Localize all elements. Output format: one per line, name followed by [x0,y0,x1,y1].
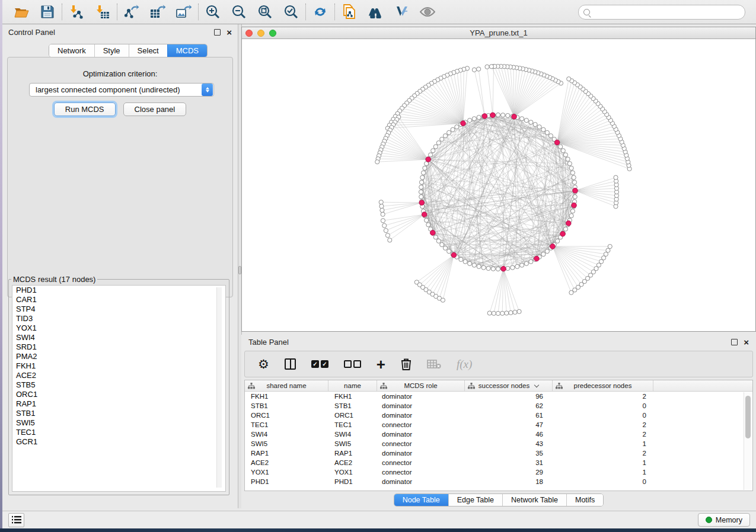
select-all-icon[interactable]: ✓✓ [311,360,328,368]
table-cell: ACE2 [245,458,328,467]
table-cell: SWI4 [328,430,377,439]
table-toolbar: ⚙ ✓✓ + f(x) [244,351,753,377]
column-label: name [344,382,361,389]
table-cell: 61 [465,411,553,420]
save-session-icon[interactable] [40,4,55,20]
zoom-selected-icon[interactable] [283,4,299,20]
table-row[interactable]: SWI5SWI5connector431 [245,439,752,448]
desktop-wallpaper-bottom [0,528,756,532]
mcds-list-item[interactable]: SRD1 [12,342,225,352]
search-input[interactable] [593,8,740,16]
mcds-list-item[interactable]: ACE2 [12,371,225,380]
table-row[interactable]: YOX1YOX1connector291 [245,467,752,477]
tab-network-table[interactable]: Network Table [502,494,566,506]
export-image-icon[interactable] [176,4,192,20]
tab-mcds[interactable]: MCDS [167,44,207,57]
table-row[interactable]: ORC1ORC1dominator610 [245,411,752,420]
table-row[interactable]: RAP1RAP1dominator352 [245,448,752,458]
refresh-layout-icon[interactable] [312,4,328,20]
tab-select[interactable]: Select [129,44,167,57]
table-row[interactable]: TEC1TEC1connector472 [245,420,752,430]
mcds-list-item[interactable]: ORC1 [12,390,225,399]
network-svg[interactable] [242,39,755,331]
mcds-list-item[interactable]: GCR1 [12,437,225,447]
memory-button[interactable]: Memory [698,513,750,527]
column-label: shared name [266,382,306,389]
add-row-icon[interactable]: + [377,358,385,370]
mcds-list-item[interactable]: FKH1 [12,361,225,371]
network-view-window: YPA_prune.txt_1 [241,27,756,332]
table-scrollbar-thumb[interactable] [745,396,751,438]
close-panel-button[interactable]: Close panel [123,102,187,116]
mcds-list-item[interactable]: PHD1 [12,286,225,295]
import-table-icon[interactable] [95,4,110,20]
mcds-list-item[interactable]: SWI5 [12,418,225,428]
import-network-icon[interactable] [69,4,84,20]
mcds-result-list[interactable]: PHD1CAR1STP4TID3YOX1SWI4SRD1PMA2FKH1ACE2… [12,285,226,492]
column-header-mcds-role[interactable]: MCDS role [377,380,465,391]
birds-eye-icon[interactable] [420,4,435,20]
clone-network-icon[interactable] [342,4,357,20]
table-row[interactable]: PHD1PHD1dominator180 [245,477,752,486]
table-row[interactable]: ACE2ACE2connector311 [245,458,752,467]
zoom-fit-icon[interactable] [257,4,273,20]
table-scrollbar[interactable] [744,392,752,490]
tab-edge-table[interactable]: Edge Table [448,494,502,506]
table-cell: 1 [553,458,653,467]
mcds-list-item[interactable]: STB1 [12,409,225,418]
mcds-list-item[interactable]: RAP1 [12,399,225,409]
column-header-predecessor-nodes[interactable]: predecessor nodes [553,380,653,391]
table-cell: RAP1 [245,448,328,458]
table-row[interactable]: SWI4SWI4dominator462 [245,430,752,439]
run-mcds-button[interactable]: Run MCDS [54,102,116,116]
mcds-list-item[interactable]: STB5 [12,380,225,390]
mcds-list-item[interactable]: TEC1 [12,428,225,437]
zoom-out-icon[interactable] [231,4,247,20]
zoom-in-icon[interactable] [205,4,221,20]
show-column-icon[interactable] [285,358,296,370]
table-cell: 47 [465,420,553,430]
delete-row-icon[interactable] [401,358,412,370]
mcds-list-item[interactable]: SWI4 [12,333,225,342]
column-header-shared-name[interactable]: shared name [245,380,328,391]
table-row[interactable]: STB1STB1dominator620 [245,401,752,411]
tab-style[interactable]: Style [94,44,129,57]
mcds-list-item[interactable]: TID3 [12,314,225,323]
first-neighbors-icon[interactable] [368,4,383,20]
close-table-panel-icon[interactable]: × [744,339,749,345]
mcds-list-scrollbar[interactable] [216,287,222,488]
mcds-list-item[interactable]: CAR1 [12,295,225,305]
column-header-successor-nodes[interactable]: successor nodes [465,380,553,391]
settings-gear-icon[interactable]: ⚙ [258,358,269,370]
close-panel-icon[interactable]: × [227,29,232,36]
mcds-list-item[interactable]: PMA2 [12,352,225,361]
table-cell: ORC1 [328,411,377,420]
criterion-dropdown[interactable]: largest connected component (undirected) [29,83,214,97]
table-cell: YOX1 [245,467,328,477]
table-cell: connector [377,458,465,467]
export-table-icon[interactable] [150,4,165,20]
mcds-list-item[interactable]: STP4 [12,305,225,314]
table-row[interactable]: FKH1FKH1dominator962 [245,392,752,401]
graphics-details-icon[interactable] [394,4,409,20]
float-panel-icon[interactable] [214,29,221,36]
delete-table-icon[interactable] [427,360,441,369]
function-builder-icon[interactable]: f(x) [457,358,472,371]
task-history-button[interactable] [8,513,24,527]
column-header-name[interactable]: name [328,380,377,391]
tab-motifs[interactable]: Motifs [566,494,603,506]
export-network-icon[interactable] [124,4,139,20]
mcds-result-box: MCDS result (17 nodes) PHD1CAR1STP4TID3Y… [8,275,229,495]
float-table-panel-icon[interactable] [731,339,738,345]
tab-network[interactable]: Network [49,44,94,57]
status-bar: Memory [2,511,756,528]
network-window-titlebar[interactable]: YPA_prune.txt_1 [242,27,755,39]
table-cell: STB1 [328,401,377,411]
search-box[interactable] [578,5,745,20]
deselect-all-icon[interactable] [344,360,361,368]
open-file-icon[interactable] [14,4,29,20]
main-toolbar [2,0,756,24]
node-table-body[interactable]: FKH1FKH1dominator962STB1STB1dominator620… [245,392,752,486]
tab-node-table[interactable]: Node Table [394,494,448,506]
mcds-list-item[interactable]: YOX1 [12,323,225,333]
